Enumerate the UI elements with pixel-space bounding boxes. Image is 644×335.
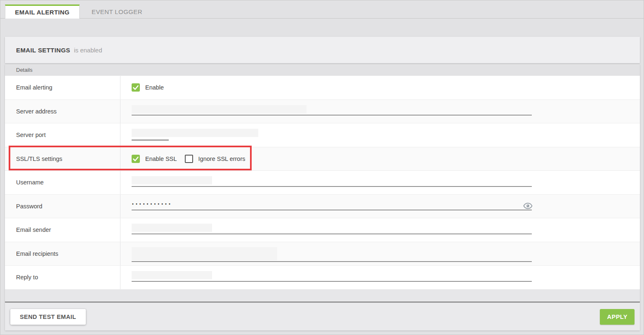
row-label: Server port: [5, 123, 120, 147]
tab-email-alerting-label: EMAIL ALERTING: [15, 9, 69, 16]
row-label: Username: [5, 171, 120, 194]
row-label: Reply to: [5, 266, 120, 289]
email-settings-screen: EMAIL ALERTING EVENT LOGGER EMAIL SETTIN…: [0, 0, 644, 335]
tab-bar: EMAIL ALERTING EVENT LOGGER: [0, 5, 644, 19]
row-label: Password: [5, 195, 120, 218]
eye-icon[interactable]: [523, 203, 533, 209]
ignore-ssl-errors-checkbox-label: Ignore SSL errors: [198, 156, 245, 162]
input-underline: [132, 139, 169, 141]
apply-button[interactable]: APPLY: [600, 309, 635, 325]
password-input[interactable]: •••••••••••: [120, 195, 640, 218]
details-panel: Details Email alerting Enable Server add…: [5, 64, 640, 302]
panel-bottom-spacer: [5, 289, 640, 302]
tab-event-logger-label: EVENT LOGGER: [92, 8, 142, 15]
input-underline: [132, 281, 532, 282]
ignore-ssl-errors-checkbox-group: Ignore SSL errors: [185, 155, 245, 163]
redacted-value-blur: [132, 224, 212, 232]
server-port-input[interactable]: [120, 123, 640, 147]
username-input[interactable]: [120, 171, 640, 194]
input-underline: [132, 234, 532, 234]
input-underline: [132, 261, 532, 262]
redacted-value-blur: [132, 176, 212, 184]
footer-bar: SEND TEST EMAIL APPLY: [5, 303, 640, 330]
row-ssl-tls-settings: SSL/TLS settings Enable SSL Ignore SSL e…: [5, 147, 640, 171]
row-control: Enable: [120, 76, 640, 99]
enable-ssl-checkbox[interactable]: [132, 155, 140, 163]
row-email-sender: Email sender: [5, 218, 640, 242]
row-email-recipients: Email recipients: [5, 242, 640, 266]
server-address-input[interactable]: [120, 100, 640, 123]
enable-ssl-checkbox-group: Enable SSL: [132, 155, 177, 163]
row-username: Username: [5, 170, 640, 194]
enable-checkbox-label: Enable: [145, 84, 164, 91]
email-recipients-input[interactable]: [120, 242, 640, 266]
input-underline: [132, 115, 532, 116]
check-icon: [132, 155, 140, 163]
email-settings-banner: EMAIL SETTINGS is enabled: [5, 37, 640, 63]
row-reply-to: Reply to: [5, 265, 640, 289]
row-label: Email sender: [5, 218, 120, 242]
input-underline: [132, 186, 532, 187]
row-label: Server address: [5, 100, 120, 123]
redacted-value-blur: [132, 247, 277, 260]
send-test-email-button[interactable]: SEND TEST EMAIL: [10, 309, 86, 325]
row-label: Email alerting: [5, 76, 120, 99]
ignore-ssl-errors-checkbox[interactable]: [185, 155, 193, 163]
row-label: SSL/TLS settings: [5, 147, 120, 171]
input-underline: [132, 210, 532, 210]
redacted-value-blur: [132, 271, 212, 279]
banner-title: EMAIL SETTINGS: [16, 47, 70, 54]
enable-ssl-checkbox-label: Enable SSL: [145, 156, 177, 162]
check-icon: [132, 83, 140, 92]
enable-checkbox[interactable]: [132, 83, 140, 92]
row-email-alerting: Email alerting Enable: [5, 75, 640, 99]
row-server-address: Server address: [5, 99, 640, 123]
row-password: Password •••••••••••: [5, 194, 640, 218]
masked-password-value: •••••••••••: [132, 202, 172, 206]
tab-event-logger[interactable]: EVENT LOGGER: [80, 5, 154, 19]
reply-to-input[interactable]: [120, 266, 640, 289]
email-sender-input[interactable]: [120, 218, 640, 242]
enable-checkbox-group: Enable: [132, 83, 164, 92]
redacted-value-blur: [132, 105, 307, 113]
redacted-value-blur: [132, 129, 258, 137]
row-label: Email recipients: [5, 242, 120, 266]
banner-status: is enabled: [74, 47, 102, 54]
tab-email-alerting[interactable]: EMAIL ALERTING: [5, 5, 80, 19]
details-section-header: Details: [5, 64, 640, 75]
row-server-port: Server port: [5, 123, 640, 147]
row-control: Enable SSL Ignore SSL errors: [120, 147, 640, 171]
